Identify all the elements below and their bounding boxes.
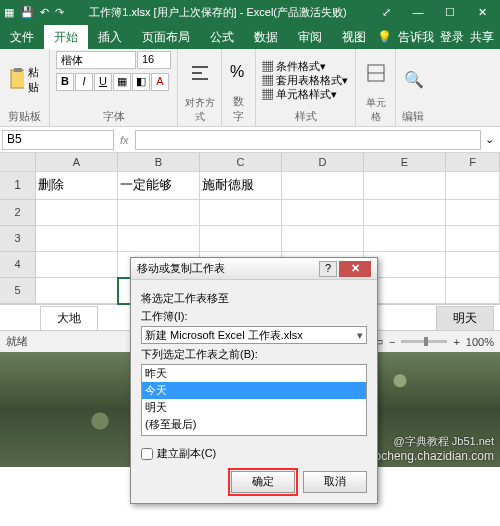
cell[interactable] [364, 172, 446, 200]
workbook-label: 工作簿(I): [141, 309, 367, 324]
sheet-list[interactable]: 昨天 今天 明天 (移至最后) [141, 364, 367, 436]
list-item-selected[interactable]: 今天 [142, 382, 366, 399]
cell[interactable] [36, 252, 118, 278]
table-format-button[interactable]: ▦ 套用表格格式▾ [262, 73, 348, 87]
undo-icon[interactable]: ↶ [40, 6, 49, 19]
cell[interactable] [200, 200, 282, 226]
svg-rect-1 [14, 68, 22, 72]
formula-expand-icon[interactable]: ⌄ [481, 133, 498, 146]
underline-button[interactable]: U [94, 73, 112, 91]
zoom-out-icon[interactable]: − [389, 336, 395, 348]
dialog-help-button[interactable]: ? [319, 261, 337, 277]
tellme-text[interactable]: 告诉我 [398, 29, 434, 46]
list-item[interactable]: 昨天 [142, 365, 366, 382]
number-format-button[interactable]: % [228, 51, 249, 93]
cell[interactable] [118, 226, 200, 252]
list-item[interactable]: 明天 [142, 399, 366, 416]
tab-layout[interactable]: 页面布局 [132, 25, 200, 50]
bold-button[interactable]: B [56, 73, 74, 91]
tab-view[interactable]: 视图 [332, 25, 376, 50]
cell-styles-button[interactable]: ▦ 单元格样式▾ [262, 87, 348, 101]
col-header[interactable]: D [282, 153, 364, 171]
redo-icon[interactable]: ↷ [55, 6, 64, 19]
col-header[interactable]: A [36, 153, 118, 171]
tab-home[interactable]: 开始 [44, 25, 88, 50]
tellme-icon[interactable]: 💡 [377, 30, 392, 44]
cells-icon [366, 63, 386, 83]
sheet-tab[interactable]: 大地 [40, 306, 98, 330]
cell[interactable] [364, 200, 446, 226]
row-header[interactable]: 2 [0, 200, 36, 226]
fx-icon[interactable]: fx [114, 134, 135, 146]
editing-button[interactable]: 🔍 [402, 51, 424, 108]
border-button[interactable]: ▦ [113, 73, 131, 91]
cell[interactable] [446, 200, 500, 226]
tab-insert[interactable]: 插入 [88, 25, 132, 50]
title-bar: ▦ 💾 ↶ ↷ 工作簿1.xlsx [用户上次保存的] - Excel(产品激活… [0, 0, 500, 25]
login-link[interactable]: 登录 [440, 29, 464, 46]
group-editing-label: 编辑 [402, 108, 424, 124]
cell[interactable] [282, 200, 364, 226]
ribbon-options-icon[interactable]: ⤢ [372, 6, 400, 19]
sheet-tab[interactable]: 明天 [436, 306, 494, 330]
cells-button[interactable] [362, 51, 389, 95]
cell[interactable] [446, 226, 500, 252]
tab-formulas[interactable]: 公式 [200, 25, 244, 50]
create-copy-checkbox[interactable] [141, 448, 153, 460]
save-icon[interactable]: 💾 [20, 6, 34, 19]
cell[interactable] [200, 226, 282, 252]
ok-button[interactable]: 确定 [231, 471, 295, 493]
row-header[interactable]: 4 [0, 252, 36, 278]
cell[interactable] [446, 278, 500, 304]
zoom-in-icon[interactable]: + [453, 336, 459, 348]
select-all-corner[interactable] [0, 153, 36, 171]
cell[interactable] [36, 278, 118, 304]
italic-button[interactable]: I [75, 73, 93, 91]
font-name-select[interactable]: 楷体 [56, 51, 136, 69]
group-styles-label: 样式 [262, 108, 349, 124]
group-clipboard-label: 剪贴板 [6, 108, 43, 124]
row-header[interactable]: 5 [0, 278, 36, 304]
name-box[interactable]: B5 [2, 130, 114, 150]
cond-format-button[interactable]: ▦ 条件格式▾ [262, 59, 348, 73]
window-title: 工作簿1.xlsx [用户上次保存的] - Excel(产品激活失败) [64, 5, 372, 20]
moveto-label: 将选定工作表移至 [141, 291, 367, 306]
cell[interactable] [446, 252, 500, 278]
cell[interactable] [282, 172, 364, 200]
tab-file[interactable]: 文件 [0, 25, 44, 50]
font-size-select[interactable]: 16 [137, 51, 171, 69]
close-icon[interactable]: ✕ [468, 6, 496, 19]
cell[interactable]: 一定能够 [118, 172, 200, 200]
tab-data[interactable]: 数据 [244, 25, 288, 50]
paste-icon [8, 67, 24, 91]
cell[interactable]: 施耐德服 [200, 172, 282, 200]
cancel-button[interactable]: 取消 [303, 471, 367, 493]
zoom-level[interactable]: 100% [466, 336, 494, 348]
paste-button[interactable]: 粘贴 [6, 51, 43, 108]
formula-input[interactable] [135, 130, 481, 150]
minimize-icon[interactable]: — [404, 6, 432, 19]
cell[interactable]: 删除 [36, 172, 118, 200]
row-header[interactable]: 3 [0, 226, 36, 252]
zoom-slider[interactable] [401, 340, 447, 343]
col-header[interactable]: E [364, 153, 446, 171]
maximize-icon[interactable]: ☐ [436, 6, 464, 19]
col-header[interactable]: B [118, 153, 200, 171]
cell[interactable] [364, 226, 446, 252]
cell[interactable] [446, 172, 500, 200]
share-button[interactable]: 共享 [470, 29, 494, 46]
col-header[interactable]: F [446, 153, 500, 171]
alignment-button[interactable] [184, 51, 215, 95]
cell[interactable] [282, 226, 364, 252]
cell[interactable] [36, 226, 118, 252]
col-header[interactable]: C [200, 153, 282, 171]
cell[interactable] [118, 200, 200, 226]
fill-color-button[interactable]: ◧ [132, 73, 150, 91]
tab-review[interactable]: 审阅 [288, 25, 332, 50]
cell[interactable] [36, 200, 118, 226]
dialog-close-button[interactable]: ✕ [339, 261, 371, 277]
row-header[interactable]: 1 [0, 172, 36, 200]
list-item[interactable]: (移至最后) [142, 416, 366, 433]
workbook-select[interactable]: 新建 Microsoft Excel 工作表.xlsx [141, 326, 367, 344]
font-color-button[interactable]: A [151, 73, 169, 91]
